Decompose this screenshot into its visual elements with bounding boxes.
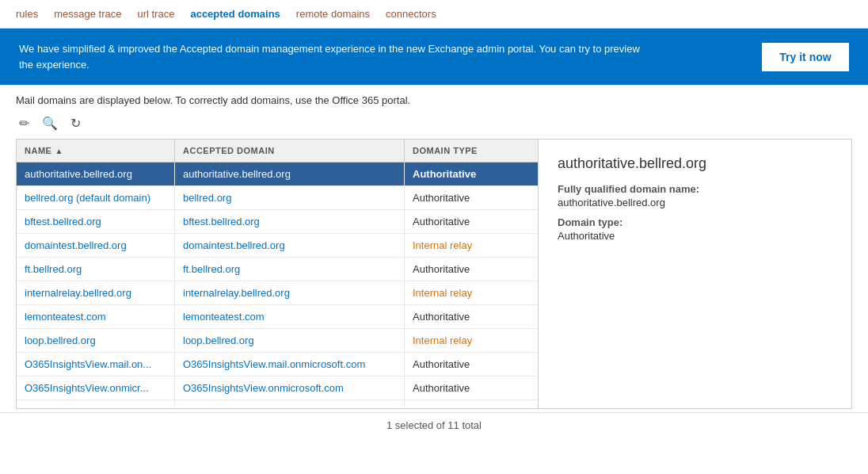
cell-name: test.bellred.org (17, 400, 175, 408)
detail-title: authoritative.bellred.org (558, 155, 832, 172)
subtitle: Mail domains are displayed below. To cor… (0, 85, 868, 111)
table-footer: 1 selected of 11 total (0, 412, 868, 438)
cell-domain-type: Internal relay (405, 329, 538, 352)
search-icon[interactable]: 🔍 (39, 114, 61, 132)
banner: We have simplified & improved the Accept… (0, 29, 868, 85)
cell-domain-type: Internal relay (405, 234, 538, 257)
selection-count: 1 selected of 11 total (386, 419, 482, 431)
table-row[interactable]: ft.bellred.orgft.bellred.orgAuthoritativ… (17, 258, 538, 281)
nav-item-accepted-domains[interactable]: accepted domains (190, 8, 280, 20)
cell-name: internalrelay.bellred.org (17, 281, 175, 304)
domains-table: NAME ▲ ACCEPTED DOMAIN DOMAIN TYPE autho… (16, 139, 539, 409)
table-row[interactable]: domaintest.bellred.orgdomaintest.bellred… (17, 234, 538, 258)
table-row[interactable]: authoritative.bellred.orgauthoritative.b… (17, 162, 538, 186)
cell-name: O365InsightsView.mail.on... (17, 353, 175, 376)
fqdn-label: Fully qualified domain name: (558, 183, 832, 195)
cell-domain-type: Authoritative (405, 353, 538, 376)
cell-name: ft.bellred.org (17, 258, 175, 281)
cell-accepted-domain: loop.bellred.org (175, 329, 405, 352)
detail-panel: authoritative.bellred.org Fully qualifie… (539, 139, 852, 409)
fqdn-value: authoritative.bellred.org (558, 197, 832, 208)
domain-type-value: Authoritative (558, 230, 832, 242)
top-navigation: rulesmessage traceurl traceaccepted doma… (0, 0, 868, 29)
cell-accepted-domain: O365InsightsView.mail.onmicrosoft.com (175, 353, 405, 376)
refresh-icon[interactable]: ↻ (67, 114, 84, 132)
cell-domain-type: Authoritative (405, 210, 538, 233)
cell-name: loop.bellred.org (17, 329, 175, 352)
cell-domain-type: Authoritative (405, 186, 538, 209)
nav-item-remote-domains[interactable]: remote domains (296, 8, 370, 20)
cell-name: bellred.org (default domain) (17, 186, 175, 209)
col-header-type: DOMAIN TYPE (405, 140, 524, 162)
cell-domain-type: Authoritative (405, 400, 538, 408)
sort-arrow-icon: ▲ (55, 147, 63, 155)
table-row[interactable]: internalrelay.bellred.orginternalrelay.b… (17, 281, 538, 305)
cell-name: bftest.bellred.org (17, 210, 175, 233)
try-it-now-button[interactable]: Try it now (762, 43, 849, 71)
main-area: NAME ▲ ACCEPTED DOMAIN DOMAIN TYPE autho… (0, 139, 868, 409)
table-body: authoritative.bellred.orgauthoritative.b… (17, 162, 538, 408)
table-row[interactable]: test.bellred.orgtest.bellred.orgAuthorit… (17, 400, 538, 408)
cell-domain-type: Authoritative (405, 377, 538, 399)
cell-accepted-domain: lemonteatest.com (175, 305, 405, 328)
cell-accepted-domain: O365InsightsView.onmicrosoft.com (175, 377, 405, 399)
cell-accepted-domain: authoritative.bellred.org (175, 162, 405, 185)
cell-accepted-domain: ft.bellred.org (175, 258, 405, 281)
cell-name: O365InsightsView.onmicr... (17, 377, 175, 399)
cell-accepted-domain: domaintest.bellred.org (175, 234, 405, 257)
edit-icon[interactable]: ✏ (16, 114, 32, 132)
cell-accepted-domain: internalrelay.bellred.org (175, 281, 405, 304)
toolbar: ✏ 🔍 ↻ (0, 111, 868, 139)
nav-item-url-trace[interactable]: url trace (137, 8, 174, 20)
cell-name: authoritative.bellred.org (17, 162, 175, 185)
cell-domain-type: Authoritative (405, 162, 538, 185)
cell-name: lemonteatest.com (17, 305, 175, 328)
cell-domain-type: Authoritative (405, 305, 538, 328)
nav-item-connectors[interactable]: connectors (386, 8, 436, 20)
col-header-name: NAME ▲ (17, 140, 175, 162)
col-header-accepted: ACCEPTED DOMAIN (175, 140, 405, 162)
nav-item-rules[interactable]: rules (16, 8, 38, 20)
table-row[interactable]: O365InsightsView.mail.on...O365InsightsV… (17, 353, 538, 377)
cell-domain-type: Authoritative (405, 258, 538, 281)
cell-accepted-domain: bellred.org (175, 186, 405, 209)
table-row[interactable]: lemonteatest.comlemonteatest.comAuthorit… (17, 305, 538, 329)
cell-name: domaintest.bellred.org (17, 234, 175, 257)
cell-accepted-domain: test.bellred.org (175, 400, 405, 408)
cell-domain-type: Internal relay (405, 281, 538, 304)
table-row[interactable]: bellred.org (default domain)bellred.orgA… (17, 186, 538, 210)
banner-text: We have simplified & improved the Accept… (19, 41, 653, 72)
domain-type-label: Domain type: (558, 216, 832, 228)
table-row[interactable]: bftest.bellred.orgbftest.bellred.orgAuth… (17, 210, 538, 234)
cell-accepted-domain: bftest.bellred.org (175, 210, 405, 233)
nav-item-message-trace[interactable]: message trace (54, 8, 121, 20)
table-row[interactable]: loop.bellred.orgloop.bellred.orgInternal… (17, 329, 538, 353)
table-header: NAME ▲ ACCEPTED DOMAIN DOMAIN TYPE (17, 140, 538, 162)
table-row[interactable]: O365InsightsView.onmicr...O365InsightsVi… (17, 377, 538, 400)
